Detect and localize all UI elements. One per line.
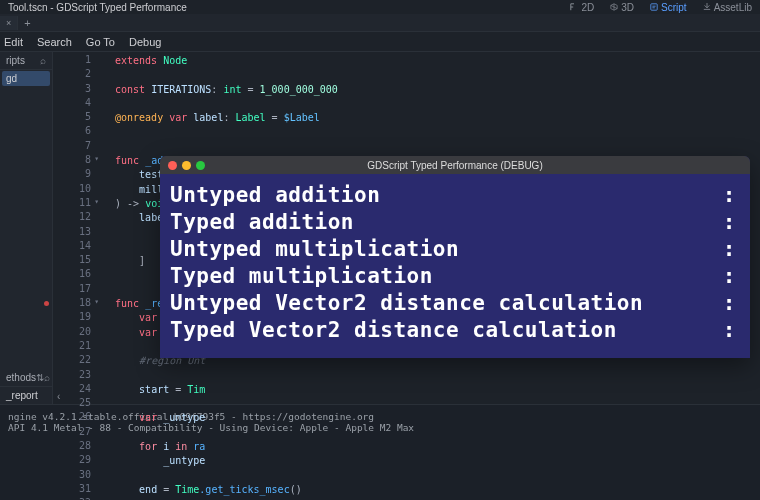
fold-icon[interactable]: ▾ bbox=[94, 297, 99, 306]
report-row: Untyped addition: bbox=[168, 182, 750, 209]
menu-edit[interactable]: Edit bbox=[4, 36, 23, 48]
report-row: Untyped multiplication: bbox=[168, 236, 750, 263]
2d-icon bbox=[570, 3, 578, 11]
tab-script[interactable]: Script bbox=[650, 2, 687, 13]
game-titlebar[interactable]: GDScript Typed Performance (DEBUG) bbox=[160, 156, 750, 174]
output-panel[interactable]: ngine v4.2.1.stable.official.b09f793f5 -… bbox=[0, 404, 760, 500]
fold-icon[interactable]: ▾ bbox=[94, 154, 99, 163]
tab-2d[interactable]: 2D bbox=[570, 2, 594, 13]
game-window[interactable]: GDScript Typed Performance (DEBUG) Untyp… bbox=[160, 156, 750, 358]
tab-3d[interactable]: 3D bbox=[610, 2, 634, 13]
methods-header: ethods ⇅ ⌕ bbox=[0, 369, 52, 387]
scripts-header: ripts ⌕ bbox=[0, 52, 52, 70]
menu-search[interactable]: Search bbox=[37, 36, 72, 48]
window-title: Tool.tscn - GDScript Typed Performance bbox=[8, 2, 570, 13]
search-icon[interactable]: ⌕ bbox=[44, 372, 50, 383]
workspace-tabs: 2D 3D Script AssetLib bbox=[570, 2, 752, 13]
report-row: Untyped Vector2 distance calculation: bbox=[168, 290, 750, 317]
menu-goto[interactable]: Go To bbox=[86, 36, 115, 48]
close-icon[interactable]: × bbox=[6, 18, 11, 28]
script-icon bbox=[650, 3, 658, 11]
game-window-title: GDScript Typed Performance (DEBUG) bbox=[160, 160, 750, 171]
sidebar: ripts ⌕ gd ethods ⇅ ⌕ _report bbox=[0, 52, 53, 404]
report-row: Typed addition: bbox=[168, 209, 750, 236]
report-row: Typed multiplication: bbox=[168, 263, 750, 290]
game-content: Untyped addition: Typed addition: Untype… bbox=[160, 174, 750, 358]
line-gutter: 1 2 3 4 5 6 7 8▾ 9 10 11▾ 12 13 14 15 16… bbox=[53, 52, 97, 404]
svg-rect-0 bbox=[651, 4, 657, 10]
asset-icon bbox=[703, 3, 711, 11]
fold-icon[interactable]: ▾ bbox=[94, 197, 99, 206]
search-icon[interactable]: ⌕ bbox=[40, 55, 46, 66]
report-row: Typed Vector2 distance calculation: bbox=[168, 317, 750, 344]
sidebar-method-item[interactable]: _report bbox=[0, 387, 52, 404]
file-tab[interactable]: × bbox=[0, 16, 18, 30]
chevron-left-icon[interactable]: ‹ bbox=[57, 391, 60, 402]
3d-icon bbox=[610, 3, 618, 11]
menu-debug[interactable]: Debug bbox=[129, 36, 161, 48]
sidebar-script-item[interactable]: gd bbox=[2, 71, 50, 86]
methods-toggle-icon[interactable]: ⇅ bbox=[36, 372, 44, 383]
new-tab-button[interactable]: + bbox=[18, 17, 36, 29]
tab-assetlib[interactable]: AssetLib bbox=[703, 2, 752, 13]
